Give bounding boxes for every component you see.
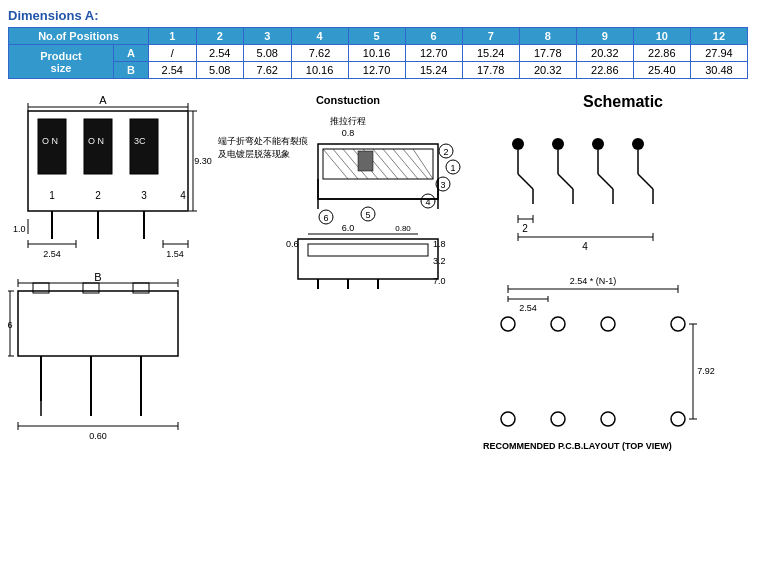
- svg-line-65: [373, 149, 398, 179]
- cell-b-4: 10.16: [291, 62, 348, 79]
- cell-a-3: 5.08: [244, 45, 292, 62]
- svg-point-108: [592, 138, 604, 150]
- cell-b-6: 15.24: [405, 62, 462, 79]
- svg-line-61: [333, 149, 358, 179]
- svg-rect-5: [38, 119, 66, 174]
- cell-a-5: 10.16: [348, 45, 405, 62]
- svg-text:1.8: 1.8: [433, 239, 446, 249]
- svg-text:A: A: [99, 94, 107, 106]
- svg-text:0.60: 0.60: [89, 431, 107, 441]
- svg-line-68: [403, 149, 428, 179]
- svg-rect-87: [308, 244, 428, 256]
- svg-text:1.54: 1.54: [166, 249, 184, 259]
- svg-text:3.6: 3.6: [8, 320, 13, 330]
- svg-text:6.0: 6.0: [342, 223, 355, 233]
- svg-text:4: 4: [582, 241, 588, 252]
- product-size-label: Productsize: [9, 45, 114, 79]
- table-header-positions: No.of Positions: [9, 28, 149, 45]
- svg-text:2: 2: [443, 147, 448, 157]
- diagram-b: B 3.6 3.6: [8, 271, 218, 456]
- svg-text:Constuction: Constuction: [316, 94, 380, 106]
- cell-b-12: 30.48: [690, 62, 747, 79]
- cell-a-4: 7.62: [291, 45, 348, 62]
- table-col-10: 10: [633, 28, 690, 45]
- svg-text:7.0: 7.0: [433, 276, 446, 286]
- svg-point-140: [601, 317, 615, 331]
- table-col-7: 7: [462, 28, 519, 45]
- svg-line-69: [413, 149, 433, 179]
- svg-text:B: B: [94, 271, 101, 283]
- svg-point-138: [501, 317, 515, 331]
- cell-b-5: 12.70: [348, 62, 405, 79]
- svg-text:0.80: 0.80: [395, 224, 411, 233]
- svg-point-107: [552, 138, 564, 150]
- svg-line-111: [518, 174, 533, 189]
- table-col-9: 9: [576, 28, 633, 45]
- right-diagrams: Schematic: [478, 89, 760, 481]
- svg-text:7.92: 7.92: [697, 366, 715, 376]
- svg-text:0.8: 0.8: [342, 128, 355, 138]
- svg-point-106: [512, 138, 524, 150]
- left-diagrams: A O N O N 3C 1 2 3 4 9.3: [8, 89, 218, 481]
- svg-text:2.54: 2.54: [43, 249, 61, 259]
- svg-point-146: [501, 412, 515, 426]
- svg-text:Schematic: Schematic: [583, 93, 663, 110]
- table-col-2: 2: [196, 28, 244, 45]
- cell-a-12: 27.94: [690, 45, 747, 62]
- svg-line-67: [393, 149, 418, 179]
- cell-a-7: 15.24: [462, 45, 519, 62]
- svg-text:1: 1: [49, 190, 55, 201]
- svg-text:3C: 3C: [134, 136, 146, 146]
- table-col-1: 1: [149, 28, 197, 45]
- cell-b-7: 17.78: [462, 62, 519, 79]
- svg-text:9.30: 9.30: [194, 156, 212, 166]
- svg-point-147: [551, 412, 565, 426]
- svg-point-149: [671, 412, 685, 426]
- svg-text:1.0: 1.0: [13, 224, 26, 234]
- diagrams-row: A O N O N 3C 1 2 3 4 9.3: [8, 89, 758, 481]
- table-col-5: 5: [348, 28, 405, 45]
- construction-diagram: Constuction 端子折弯处不能有裂痕 及电镀层脱落现象 推拉行程 0.8: [218, 89, 478, 289]
- svg-text:1: 1: [450, 163, 455, 173]
- svg-text:端子折弯处不能有裂痕: 端子折弯处不能有裂痕: [218, 136, 308, 146]
- svg-point-139: [551, 317, 565, 331]
- svg-rect-86: [298, 239, 438, 279]
- cell-b-2: 5.08: [196, 62, 244, 79]
- diagram-a: A O N O N 3C 1 2 3 4 9.3: [8, 89, 218, 279]
- svg-text:3.2: 3.2: [433, 256, 446, 266]
- svg-text:及电镀层脱落现象: 及电镀层脱落现象: [218, 149, 290, 159]
- svg-text:6: 6: [323, 213, 328, 223]
- cell-b-3: 7.62: [244, 62, 292, 79]
- svg-text:RECOMMENDED P.C.B.LAYOUT (TOP : RECOMMENDED P.C.B.LAYOUT (TOP VIEW): [483, 441, 672, 451]
- svg-text:2: 2: [95, 190, 101, 201]
- svg-text:O N: O N: [88, 136, 104, 146]
- cell-b-8: 20.32: [519, 62, 576, 79]
- svg-text:3: 3: [440, 180, 445, 190]
- dimensions-table: No.of Positions 1 2 3 4 5 6 7 8 9 10 12 …: [8, 27, 748, 79]
- row-b-label: B: [113, 62, 148, 79]
- svg-point-141: [671, 317, 685, 331]
- svg-text:3: 3: [141, 190, 147, 201]
- dimensions-header: Dimensions A:: [8, 8, 752, 23]
- cell-a-1: /: [149, 45, 197, 62]
- svg-text:2.54 * (N-1): 2.54 * (N-1): [570, 276, 617, 286]
- cell-a-9: 20.32: [576, 45, 633, 62]
- svg-rect-59: [323, 149, 433, 179]
- svg-rect-70: [358, 151, 373, 171]
- svg-text:2: 2: [522, 223, 528, 234]
- svg-text:推拉行程: 推拉行程: [330, 116, 366, 126]
- svg-line-120: [638, 174, 653, 189]
- svg-line-117: [598, 174, 613, 189]
- table-col-8: 8: [519, 28, 576, 45]
- svg-point-148: [601, 412, 615, 426]
- svg-text:5: 5: [365, 210, 370, 220]
- row-a-label: A: [113, 45, 148, 62]
- svg-line-60: [323, 149, 348, 179]
- cell-b-9: 22.86: [576, 62, 633, 79]
- cell-a-2: 2.54: [196, 45, 244, 62]
- mid-diagrams: Constuction 端子折弯处不能有裂痕 及电镀层脱落现象 推拉行程 0.8: [218, 89, 478, 481]
- page-container: Dimensions A: No.of Positions 1 2 3 4 5 …: [0, 0, 760, 576]
- cell-a-6: 12.70: [405, 45, 462, 62]
- svg-text:0.6: 0.6: [286, 239, 299, 249]
- cell-b-10: 25.40: [633, 62, 690, 79]
